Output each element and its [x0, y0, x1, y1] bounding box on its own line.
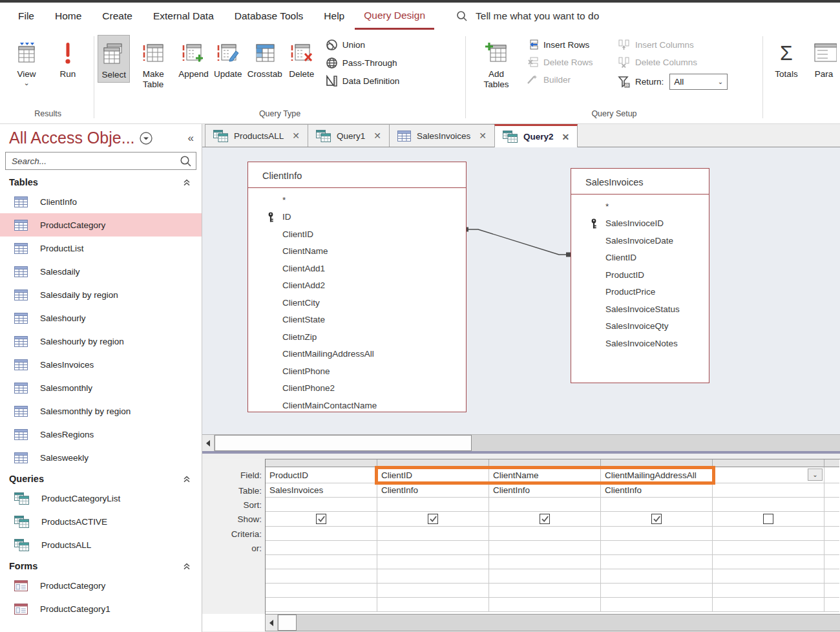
nav-item-tables-salesdaily[interactable]: Salesdaily [0, 260, 202, 283]
show-checkbox-checked[interactable] [540, 514, 550, 524]
field-item-salesinvoicenotes[interactable]: SalesInvoiceNotes [571, 335, 709, 352]
menu-create[interactable]: Create [92, 3, 143, 30]
shutter-bar-collapse-button[interactable]: « [188, 132, 194, 145]
update-button[interactable]: Update [212, 35, 244, 81]
delete-columns-button[interactable]: Delete Columns [618, 56, 752, 68]
nav-item-queries-productsactive[interactable]: ProductsACTIVE [0, 510, 202, 533]
column-selector[interactable] [713, 459, 824, 467]
or-cell[interactable] [601, 541, 713, 555]
scroll-left-button[interactable] [202, 435, 215, 451]
criteria-cell[interactable] [377, 527, 489, 541]
field-item-salesinvoicedate[interactable]: SalesInvoiceDate [571, 232, 709, 249]
field-item-productprice[interactable]: ProductPrice [571, 284, 709, 301]
tab-productsall[interactable]: ProductsALL✕ [205, 124, 308, 147]
field-item-clientcity[interactable]: ClientCity [248, 294, 466, 311]
pane-splitter[interactable] [202, 451, 840, 459]
menu-external-data[interactable]: External Data [143, 3, 224, 30]
menu-home[interactable]: Home [45, 3, 92, 30]
nav-item-tables-salesregions[interactable]: SalesRegions [0, 423, 202, 446]
or-cell[interactable] [824, 541, 839, 555]
field-item-[interactable]: * [571, 198, 709, 215]
field-item-clientstate[interactable]: ClientState [248, 311, 466, 329]
sort-cell[interactable] [713, 498, 824, 512]
sort-cell[interactable] [824, 498, 839, 512]
query-design-surface[interactable]: ClientInfo*IDClientIDClientNameClientAdd… [202, 147, 840, 434]
or-cell[interactable] [266, 541, 377, 555]
table-cell[interactable] [713, 483, 824, 498]
empty-cell[interactable] [377, 569, 489, 584]
empty-cell[interactable] [601, 569, 713, 584]
empty-cell[interactable] [377, 584, 489, 598]
tab-query1[interactable]: Query1✕ [308, 124, 390, 147]
parameters-button[interactable]: Para [808, 35, 840, 81]
section-header-forms[interactable]: Forms [0, 556, 202, 574]
delete-rows-button[interactable]: Delete Rows [526, 56, 607, 68]
empty-cell[interactable] [489, 598, 601, 612]
nav-item-tables-salesmonthly[interactable]: Salesmonthly [0, 376, 202, 399]
nav-item-tables-productcategory[interactable]: ProductCategory [0, 213, 202, 237]
append-button[interactable]: Append [176, 35, 211, 81]
nav-item-forms-productcategory1[interactable]: ProductCategory1 [0, 597, 202, 620]
show-checkbox[interactable] [763, 514, 773, 524]
tell-me-search[interactable]: Tell me what you want to do [456, 3, 599, 30]
empty-cell[interactable] [713, 569, 824, 584]
insert-columns-button[interactable]: Insert Columns [618, 39, 752, 50]
or-cell[interactable] [713, 541, 824, 555]
scrollbar-thumb[interactable] [215, 435, 472, 451]
column-selector[interactable] [489, 459, 601, 467]
show-cell[interactable] [601, 512, 713, 527]
menu-query-design[interactable]: Query Design [355, 3, 434, 30]
table-cell[interactable] [824, 483, 839, 498]
criteria-cell[interactable] [713, 527, 824, 541]
nav-item-tables-productlist[interactable]: ProductList [0, 237, 202, 260]
criteria-cell[interactable] [601, 527, 713, 541]
criteria-cell[interactable] [489, 527, 601, 541]
field-item-[interactable]: * [248, 191, 466, 209]
empty-cell[interactable] [377, 598, 489, 612]
empty-cell[interactable] [824, 569, 839, 584]
column-selector[interactable] [601, 459, 713, 467]
nav-item-tables-salesweekly[interactable]: Salesweekly [0, 446, 202, 469]
nav-item-tables-salesmonthly-by-region[interactable]: Salesmonthly by region [0, 399, 202, 423]
scrollbar-thumb[interactable] [278, 615, 297, 631]
table-box-salesinvoices[interactable]: SalesInvoices*SalesInvioceIDSalesInvoice… [571, 168, 709, 383]
field-dropdown-button[interactable]: ⌄ [808, 469, 823, 481]
field-item-salesinvoicestatus[interactable]: SalesInvoiceStatus [571, 300, 709, 318]
sort-cell[interactable] [489, 498, 601, 512]
empty-cell[interactable] [824, 584, 839, 598]
field-item-id[interactable]: ID [248, 209, 466, 226]
show-cell[interactable] [377, 512, 489, 527]
view-button[interactable]: View ⌄ [10, 35, 43, 88]
field-cell[interactable]: ClientID [377, 467, 489, 483]
nav-item-queries-productsall[interactable]: ProductsALL [0, 533, 202, 556]
close-tab-icon[interactable]: ✕ [562, 132, 570, 142]
sort-cell[interactable] [377, 498, 489, 512]
column-selector[interactable] [824, 459, 839, 467]
field-item-salesinvioceid[interactable]: SalesInvioceID [571, 215, 709, 233]
field-item-clientadd2[interactable]: ClientAdd2 [248, 277, 466, 295]
show-checkbox-checked[interactable] [651, 514, 662, 524]
close-tab-icon[interactable]: ✕ [292, 131, 300, 141]
empty-cell[interactable] [377, 555, 489, 569]
empty-cell[interactable] [601, 598, 713, 612]
empty-cell[interactable] [713, 584, 824, 598]
field-cell[interactable] [824, 467, 839, 483]
nav-item-tables-salesinvoices[interactable]: SalesInvoices [0, 353, 202, 376]
empty-cell[interactable] [266, 555, 377, 569]
totals-button[interactable]: Σ Totals [770, 35, 803, 81]
union-button[interactable]: Union [326, 39, 400, 51]
field-item-productid[interactable]: ProductID [571, 266, 709, 284]
menu-help[interactable]: Help [313, 3, 355, 30]
empty-cell[interactable] [489, 569, 601, 584]
field-item-clientid[interactable]: ClientID [571, 249, 709, 267]
scroll-left-button[interactable] [266, 615, 278, 631]
field-item-clientadd1[interactable]: ClientAdd1 [248, 260, 466, 277]
pass-through-button[interactable]: Pass-Through [326, 57, 400, 69]
run-button[interactable]: Run [52, 35, 84, 81]
crosstab-button[interactable]: Crosstab [246, 35, 284, 81]
nav-item-tables-clientinfo[interactable]: ClientInfo [0, 190, 202, 213]
menu-database-tools[interactable]: Database Tools [224, 3, 314, 30]
empty-cell[interactable] [824, 555, 839, 569]
close-tab-icon[interactable]: ✕ [373, 131, 381, 141]
empty-cell[interactable] [601, 584, 713, 598]
